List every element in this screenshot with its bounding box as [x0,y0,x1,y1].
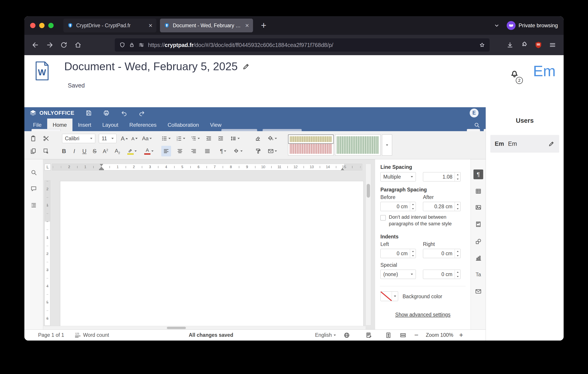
clear-style-button[interactable] [253,133,263,144]
bullets-button[interactable] [159,133,172,144]
home-button[interactable] [72,39,84,51]
new-tab-button[interactable]: + [258,21,269,30]
highlight-color-button[interactable] [125,146,140,156]
paragraph-shading-button[interactable] [231,146,245,156]
reload-button[interactable] [58,39,70,51]
line-spacing-spinner[interactable]: 1.08 [423,172,461,181]
fit-page-button[interactable] [385,330,392,341]
page-indicator[interactable]: Page 1 of 1 [38,330,64,341]
advanced-settings-link[interactable]: Show advanced settings [375,312,471,318]
menu-tab-references[interactable]: References [124,119,162,131]
edit-name-pencil-icon[interactable] [548,140,555,147]
line-spacing-select[interactable]: Multiple [380,172,416,181]
notifications-bell[interactable]: 2 [509,68,520,79]
indent-left-spinner[interactable]: 0 cm [380,249,416,258]
style-preview-normal[interactable] [288,135,334,144]
cut-button[interactable] [41,133,51,144]
set-language-button[interactable] [343,330,350,341]
user-list-item[interactable]: Em Em [490,135,559,153]
bookmark-star-icon[interactable] [479,42,485,48]
styles-gallery-expand-button[interactable] [382,135,392,156]
left-indent-marker[interactable] [99,169,104,170]
justify-button[interactable] [202,146,212,156]
minimize-window-button[interactable] [39,23,44,28]
background-color-picker[interactable] [380,291,398,301]
special-by-spinner[interactable]: 0 cm [423,270,461,279]
close-window-button[interactable] [30,23,35,28]
adblocker-button[interactable] [532,39,545,51]
tracking-shield-icon[interactable] [119,42,126,48]
mail-merge-settings-tab[interactable] [473,287,483,296]
lock-icon[interactable] [129,42,135,48]
select-all-button[interactable] [41,146,51,156]
redo-button[interactable] [137,108,147,118]
italic-button[interactable]: I [70,146,79,156]
browser-tab-cryptdrive[interactable]: CryptDrive - CryptPad.fr × [63,19,157,32]
tab-close-icon[interactable]: × [245,22,249,29]
editor-user-avatar[interactable]: E [470,109,479,117]
vertical-scrollbar[interactable] [366,164,371,325]
comments-icon[interactable] [30,186,37,192]
print-button[interactable] [101,108,111,118]
strikethrough-button[interactable]: S [90,146,99,156]
chart-settings-tab[interactable] [473,253,483,263]
navigation-headings-icon[interactable] [30,202,37,208]
shape-settings-tab[interactable] [473,237,483,246]
downloads-button[interactable] [504,39,516,51]
decrease-font-button[interactable]: A [130,133,139,144]
find-icon[interactable] [30,169,37,176]
hanging-indent-marker[interactable] [100,167,103,169]
vertical-scrollbar-thumb[interactable] [367,184,370,198]
edit-title-pencil-icon[interactable] [242,62,250,71]
increase-font-button[interactable]: A [120,133,129,144]
review-display-button[interactable] [366,330,372,341]
spacing-after-spinner[interactable]: 0.28 cm [423,202,461,211]
horizontal-scrollbar[interactable] [43,326,366,330]
decrease-indent-button[interactable] [204,133,214,144]
change-case-button[interactable]: Aa [140,133,154,144]
paragraph-settings-tab[interactable]: ¶ [473,169,483,179]
word-count-button[interactable]: 123 Word count [74,330,109,341]
permissions-sliders-icon[interactable] [138,42,145,48]
header-footer-settings-tab[interactable] [473,219,483,229]
menu-hamburger-button[interactable] [546,39,559,51]
superscript-button[interactable]: A2 [100,146,111,156]
menu-tab-layout[interactable]: Layout [97,119,124,131]
align-right-button[interactable] [189,146,199,156]
line-spacing-button[interactable] [229,133,242,144]
extensions-button[interactable] [518,39,530,51]
shading-color-button[interactable] [265,133,279,144]
menu-tab-collaboration[interactable]: Collaboration [162,119,204,131]
mail-merge-button[interactable] [265,146,279,156]
tab-stop-selector[interactable]: L [44,164,51,170]
fit-width-button[interactable] [400,330,406,341]
v-ruler[interactable]: 12123456 [44,180,50,326]
special-select[interactable]: (none) [380,270,416,279]
user-avatar[interactable]: Em [533,62,556,80]
save-button[interactable] [84,108,94,118]
multilevel-list-button[interactable] [189,133,202,144]
list-tabs-chevron-icon[interactable] [494,22,500,29]
copy-button[interactable] [28,146,38,156]
document-title[interactable]: Document - Wed, February 5, 2025 [64,60,238,73]
table-settings-tab[interactable] [473,186,483,196]
zoom-in-button[interactable]: + [459,330,463,341]
back-button[interactable] [29,39,42,51]
document-page[interactable] [60,181,364,330]
increase-indent-button[interactable] [216,133,226,144]
undo-button[interactable] [119,108,129,118]
menu-tab-insert[interactable]: Insert [73,119,97,131]
style-preview-heading[interactable] [335,135,381,156]
underline-button[interactable]: U [80,146,89,156]
zoom-out-button[interactable]: − [414,330,419,341]
interval-checkbox[interactable] [380,215,386,220]
nonprinting-characters-button[interactable]: ¶ [216,146,230,156]
language-select[interactable]: English [315,330,336,341]
maximize-window-button[interactable] [48,23,54,28]
align-center-button[interactable] [175,146,185,156]
tab-close-icon[interactable]: × [148,22,152,29]
numbering-button[interactable]: 123 [174,133,187,144]
forward-button[interactable] [43,39,56,51]
copy-style-button[interactable] [253,146,263,156]
horizontal-scrollbar-thumb[interactable] [167,327,186,329]
